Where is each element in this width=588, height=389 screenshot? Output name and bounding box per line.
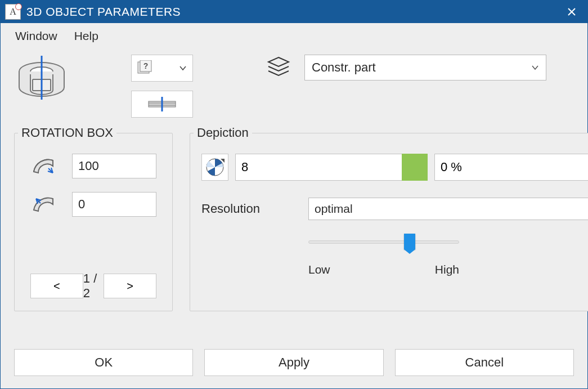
menu-help[interactable]: Help [74,29,98,43]
segments-commit-button[interactable] [402,154,428,181]
apply-button[interactable]: Apply [204,349,383,376]
angle-end-input[interactable] [72,192,156,217]
slider-thumb[interactable] [404,234,415,249]
cancel-button[interactable]: Cancel [395,349,574,376]
percent-field [434,154,588,181]
resolution-slider[interactable] [308,234,459,251]
pager: < 1 / 2 > [30,271,156,301]
dialog-buttons: OK Apply Cancel [14,339,574,388]
rotation-box-legend: ROTATION BOX [18,126,116,140]
percent-input[interactable] [434,154,588,181]
depiction-group: Depiction [190,126,588,311]
angle-start-input[interactable] [72,154,156,178]
top-row: ? [14,55,574,118]
segments-field [235,154,428,181]
chevron-down-icon [531,64,539,71]
titlebar: A 3D OBJECT PARAMETERS [1,1,587,23]
angle-start-icon [30,155,56,177]
dialog-content: ? [1,49,587,388]
slider-high-label: High [435,263,459,276]
layer-select[interactable]: Constr. part [304,55,546,81]
resolution-select[interactable]: optimal [308,198,588,220]
template-dropdown[interactable]: ? [131,55,193,82]
pager-label: 1 / 2 [83,271,104,301]
chevron-down-icon [179,64,187,72]
angle-end-icon [30,193,56,216]
resolution-label: Resolution [201,202,286,216]
svg-text:?: ? [143,61,149,70]
window-title: 3D OBJECT PARAMETERS [26,5,560,19]
rotation-box-group: ROTATION BOX [14,126,173,311]
object-preview-icon [14,55,69,106]
app-icon: A [5,4,21,20]
slider-low-label: Low [308,263,330,276]
close-icon [567,7,576,16]
menu-window[interactable]: Window [15,29,57,43]
close-button[interactable] [560,1,583,23]
tool-column: ? [131,55,193,118]
depiction-legend: Depiction [194,126,252,140]
layer-section: Constr. part [266,55,546,81]
resolution-slider-wrap: Low High [308,234,588,276]
axis-mode-button[interactable] [131,91,193,118]
slider-track [308,240,459,244]
menubar: Window Help [1,23,587,49]
layers-icon [266,55,291,80]
dialog-window: A 3D OBJECT PARAMETERS Window Help [0,0,588,389]
pager-next-button[interactable]: > [104,274,156,298]
resolution-value: optimal [315,202,353,216]
segments-icon [201,154,228,181]
panels: ROTATION BOX [14,126,574,339]
axis-mode-icon [145,96,179,113]
layer-select-value: Constr. part [312,60,376,75]
unknown-template-icon: ? [136,60,152,76]
segments-input[interactable] [235,154,402,181]
pager-prev-button[interactable]: < [30,274,83,298]
ok-button[interactable]: OK [14,349,193,376]
